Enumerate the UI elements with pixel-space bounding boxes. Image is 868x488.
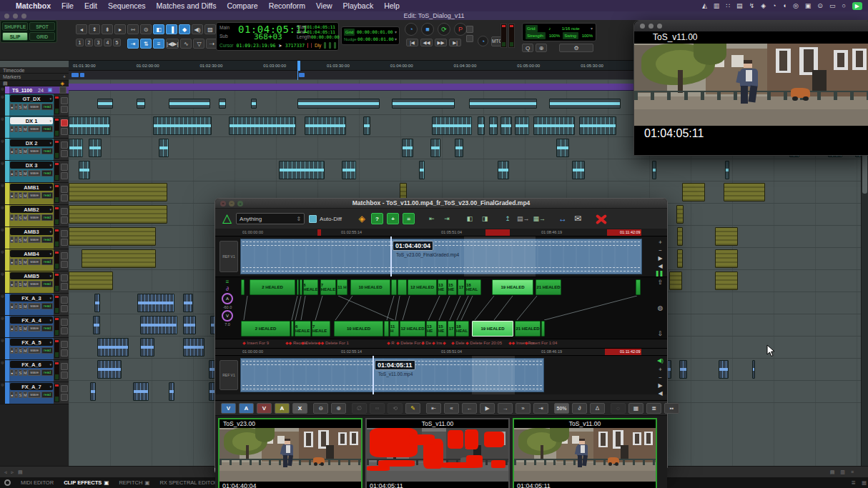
edit-marker-delete-for-20-05[interactable]: ◆ Delete For 20:05	[465, 340, 502, 345]
statusbar-icon[interactable]: ▦	[862, 479, 867, 486]
go-start-icon[interactable]: ⇤	[426, 403, 441, 414]
healed-block-10-healed[interactable]: 10 HEALED	[350, 279, 390, 295]
jump-next-in-icon[interactable]: ⇥	[441, 214, 453, 224]
clip[interactable]	[89, 139, 102, 157]
healed-block-13-he[interactable]: 13 HE	[426, 321, 437, 337]
clip[interactable]	[97, 360, 122, 379]
healed-block-21-healed[interactable]: 21 HEALED	[536, 279, 561, 295]
tools-row1-btn-1[interactable]: ⇿	[127, 24, 139, 34]
auto-quantize-button[interactable]: ⊕	[536, 44, 547, 52]
no-sync-icon[interactable]: ∅	[352, 403, 367, 414]
clip[interactable]	[549, 99, 621, 109]
statusbar-repitch[interactable]: REPITCH▣	[119, 479, 149, 486]
go-end-icon[interactable]: ⇥	[533, 403, 548, 414]
equal-match-icon[interactable]: =	[403, 213, 415, 224]
clip[interactable]	[719, 360, 729, 379]
clip[interactable]	[69, 272, 113, 290]
healed-block-6-heale[interactable]: 6 HEALE	[303, 279, 318, 295]
clip[interactable]	[140, 338, 154, 357]
pt-titlebar[interactable]: Edit: ToS_Dialog_v11	[0, 11, 868, 20]
track-rec-button[interactable]: ●	[10, 392, 14, 398]
track-io-button[interactable]	[61, 164, 68, 171]
track-v1-button[interactable]: V	[221, 403, 236, 414]
track-name[interactable]: AMB4▾	[10, 250, 53, 257]
track-m-button[interactable]: M	[23, 170, 27, 176]
track-rec-button[interactable]: ●	[10, 192, 14, 199]
zoom-out-icon[interactable]: −	[659, 247, 662, 254]
mini-tile-1[interactable]	[466, 26, 473, 33]
status-tile-dark[interactable]	[311, 43, 312, 48]
clip[interactable]	[724, 183, 765, 201]
track-automation-mode[interactable]: read	[41, 170, 53, 176]
scroll-down-icon[interactable]: ⇩	[658, 330, 664, 337]
menu-compare[interactable]: Compare	[227, 1, 257, 10]
track-automation-mode[interactable]: read	[41, 347, 53, 354]
edit-marker-delete[interactable]: ◆ Delete	[301, 340, 318, 345]
track-m-button[interactable]: M	[23, 303, 27, 309]
transport2-btn-4[interactable]: ▶|	[449, 39, 461, 46]
film-icon[interactable]: ▦	[628, 403, 643, 414]
edit-marker-ins[interactable]: ◆ Ins	[432, 340, 442, 345]
track-s-button[interactable]: S	[19, 325, 22, 332]
add-marker-button[interactable]: +	[63, 74, 66, 79]
track-option-button[interactable]	[59, 86, 66, 94]
ref-playhead[interactable]	[390, 236, 392, 277]
clip[interactable]	[183, 316, 196, 334]
track-automation-mode[interactable]: read	[41, 236, 53, 243]
track-io-button[interactable]	[61, 141, 68, 149]
stop-button[interactable]: ■	[421, 23, 434, 36]
track-s-button[interactable]: S	[19, 170, 22, 176]
target-playhead[interactable]	[373, 356, 374, 394]
online-clock-button[interactable]: ◔	[405, 23, 418, 36]
track-io-button[interactable]	[61, 119, 68, 126]
track-automation-mode[interactable]: read	[41, 192, 53, 199]
clip[interactable]	[392, 99, 455, 109]
menu-sequences[interactable]: Sequences	[108, 1, 146, 10]
clip[interactable]	[430, 139, 440, 157]
track-name[interactable]: FX_A_5▾	[10, 339, 53, 346]
track-automation-mode[interactable]: read	[41, 126, 53, 132]
zoom-in-icon[interactable]: ⊕	[331, 403, 346, 414]
track-m-button[interactable]: M	[23, 281, 27, 287]
zoom-in-icon[interactable]: ＋	[658, 238, 664, 246]
track-m-button[interactable]: M	[23, 347, 27, 354]
matchbox-hscroll[interactable]	[215, 394, 667, 401]
timeline-marker[interactable]	[71, 73, 79, 77]
track-view-selector[interactable]: wave	[28, 392, 41, 398]
track-automation-mode[interactable]: read	[41, 303, 53, 309]
healed-block-17[interactable]: 17	[448, 321, 455, 337]
track-i-button[interactable]: I	[14, 325, 18, 332]
clip[interactable]	[219, 99, 226, 109]
footer-icon[interactable]: ≡	[851, 469, 854, 475]
track-io-button[interactable]	[61, 297, 68, 304]
tools-row1-btn-2[interactable]: ⊙	[140, 24, 152, 34]
edit-marker-delete-for-2[interactable]: ◆ Delete For 2	[396, 340, 424, 345]
zoom-preset-2[interactable]: 2	[85, 39, 93, 46]
track-s-button[interactable]: S	[19, 236, 22, 243]
pencil-icon[interactable]: ✎	[405, 403, 420, 414]
target-viewer[interactable]: 01:00:00:0001:02:55:1401:05:51:0401:08:4…	[215, 349, 667, 394]
clip[interactable]	[579, 116, 616, 135]
edit-marker-dele[interactable]: ◆ Dele	[451, 340, 465, 345]
expand-icon[interactable]: ↔	[557, 214, 568, 224]
playhead-cursor-tick[interactable]	[297, 61, 300, 71]
rew-fast-icon[interactable]: «	[444, 403, 459, 414]
track-option-button[interactable]	[61, 216, 68, 224]
clip[interactable]	[572, 161, 585, 179]
clip[interactable]	[133, 382, 149, 401]
tools-row1-btn-7[interactable]: ▨	[204, 24, 216, 34]
healed-block[interactable]	[297, 279, 299, 295]
clip[interactable]	[153, 116, 212, 135]
match-blocks-section[interactable]: ≡ ∂ A -60.0 V 7.0 ⇧ ◍ ⇩ 2 HEALED6 HEALE7…	[215, 277, 667, 339]
track-header-amb1[interactable]: ◎AMB1▾●ISMwaveread	[0, 183, 69, 205]
track-header-fx-a-4[interactable]: ◎FX_A_4▾●ISMwaveread	[0, 316, 69, 338]
zoom-preset-4[interactable]: 4	[104, 39, 112, 46]
track-rec-button[interactable]: ●	[10, 148, 14, 154]
tools-row1-btn-6[interactable]: ◀)	[192, 24, 203, 34]
track-m-button[interactable]: M	[23, 192, 27, 199]
mini-tile-2[interactable]	[466, 35, 473, 42]
status-icon-1[interactable]: ◭	[702, 2, 707, 9]
minimize-icon[interactable]: −	[229, 201, 235, 206]
clip[interactable]	[676, 205, 684, 224]
track-name[interactable]: AMB1▾	[10, 184, 53, 191]
